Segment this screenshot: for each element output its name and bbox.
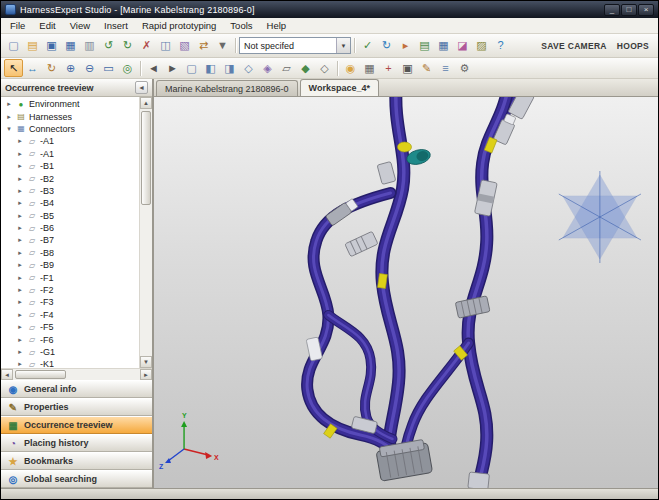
menu-item[interactable]: Help — [260, 18, 294, 33]
panel-occurrence-treeview[interactable]: ▦ Occurrence treeview — [1, 416, 152, 434]
annotation-icon[interactable]: ✎ — [417, 59, 436, 77]
tree-horizontal-scrollbar[interactable]: ◄ ► — [1, 368, 152, 380]
save-icon[interactable]: ▣ — [42, 37, 61, 55]
tree-item[interactable]: ▸ ▱ -B7 — [1, 234, 139, 246]
open-project-icon[interactable]: ▤ — [23, 37, 42, 55]
scroll-right-button[interactable]: ► — [140, 369, 152, 380]
expander-icon[interactable]: ▸ — [16, 298, 24, 306]
save-all-icon[interactable]: ▦ — [61, 37, 80, 55]
maximize-button[interactable]: □ — [621, 4, 637, 16]
layers-icon[interactable]: ≡ — [436, 59, 455, 77]
tree-item[interactable]: ▾ ▦ Connectors — [1, 123, 139, 135]
menu-item[interactable]: Rapid prototyping — [135, 18, 223, 33]
expander-icon[interactable]: ▸ — [16, 311, 24, 319]
top-view-icon[interactable]: ◧ — [201, 59, 220, 77]
filter-icon[interactable]: ▼ — [213, 37, 232, 55]
print-icon[interactable]: ▥ — [80, 37, 99, 55]
expander-icon[interactable]: ▸ — [16, 187, 24, 195]
tree-item[interactable]: ▸ ▱ -K1 — [1, 358, 139, 368]
refresh-icon[interactable]: ↻ — [377, 37, 396, 55]
expander-icon[interactable]: ▸ — [16, 286, 24, 294]
expander-icon[interactable]: ▾ — [5, 125, 13, 133]
pan-tool-icon[interactable]: ↔ — [23, 59, 42, 77]
expander-icon[interactable]: ▸ — [16, 175, 24, 183]
hoops-button[interactable]: HOOPS — [617, 41, 649, 51]
expander-icon[interactable]: ▸ — [16, 261, 24, 269]
tree-item[interactable]: ▸ ▱ -F6 — [1, 333, 139, 345]
menu-item[interactable]: Edit — [32, 18, 62, 33]
scroll-thumb[interactable] — [141, 111, 151, 205]
help-icon[interactable]: ? — [491, 37, 510, 55]
expander-icon[interactable]: ▸ — [16, 150, 24, 158]
perspective-view-icon[interactable]: ◈ — [258, 59, 277, 77]
report-icon[interactable]: ▤ — [415, 37, 434, 55]
collapse-panel-button[interactable]: ◄ — [135, 81, 148, 94]
undo-icon[interactable]: ↺ — [99, 37, 118, 55]
zoom-window-icon[interactable]: ▭ — [99, 59, 118, 77]
axis-icon[interactable]: + — [379, 59, 398, 77]
menu-item[interactable]: Insert — [97, 18, 135, 33]
cut-icon[interactable]: ✗ — [137, 37, 156, 55]
expander-icon[interactable]: ▸ — [16, 274, 24, 282]
expander-icon[interactable]: ▸ — [16, 360, 24, 368]
tree-item[interactable]: ▸ ▱ -G1 — [1, 346, 139, 358]
paste-icon[interactable]: ▧ — [175, 37, 194, 55]
apply-icon[interactable]: ✓ — [358, 37, 377, 55]
tree-item[interactable]: ▸ ▱ -F1 — [1, 271, 139, 283]
workspace-tab[interactable]: Marine Kabelstrang 2180896-0 — [156, 80, 298, 96]
expander-icon[interactable]: ▸ — [16, 137, 24, 145]
rotate-view-icon[interactable]: ↻ — [42, 59, 61, 77]
tree-item[interactable]: ▸ ● Environment — [1, 98, 139, 110]
copy-icon[interactable]: ◫ — [156, 37, 175, 55]
menu-item[interactable]: File — [3, 18, 32, 33]
tree-item[interactable]: ▸ ▱ -B2 — [1, 172, 139, 184]
expander-icon[interactable]: ▸ — [16, 224, 24, 232]
panel-bookmarks[interactable]: ★ Bookmarks — [1, 452, 152, 470]
tree-vertical-scrollbar[interactable]: ▲ ▼ — [139, 97, 152, 368]
shaded-mode-icon[interactable]: ◆ — [296, 59, 315, 77]
redo-icon[interactable]: ↻ — [118, 37, 137, 55]
minimize-button[interactable]: _ — [604, 4, 620, 16]
tree-item[interactable]: ▸ ▱ -B8 — [1, 247, 139, 259]
expander-icon[interactable]: ▸ — [16, 323, 24, 331]
expander-icon[interactable]: ▸ — [16, 336, 24, 344]
tree-item[interactable]: ▸ ▱ -A1 — [1, 148, 139, 160]
tree-item[interactable]: ▸ ▱ -F5 — [1, 321, 139, 333]
table-icon[interactable]: ▦ — [434, 37, 453, 55]
expander-icon[interactable]: ▸ — [16, 348, 24, 356]
menu-item[interactable]: View — [63, 18, 97, 33]
grid-icon[interactable]: ▦ — [360, 59, 379, 77]
expander-icon[interactable]: ▸ — [16, 249, 24, 257]
chart-icon[interactable]: ◪ — [453, 37, 472, 55]
panel-properties[interactable]: ✎ Properties — [1, 398, 152, 416]
expander-icon[interactable]: ▸ — [5, 113, 13, 121]
scroll-up-button[interactable]: ▲ — [140, 97, 152, 109]
tree-item[interactable]: ▸ ▱ -B5 — [1, 210, 139, 222]
expander-icon[interactable]: ▸ — [5, 100, 13, 108]
next-view-icon[interactable]: ► — [163, 59, 182, 77]
snapshot-icon[interactable]: ▣ — [398, 59, 417, 77]
panel-global-searching[interactable]: ◎ Global searching — [1, 470, 152, 488]
wireframe-mode-icon[interactable]: ▱ — [277, 59, 296, 77]
scroll-track[interactable] — [140, 109, 152, 356]
expander-icon[interactable]: ▸ — [16, 212, 24, 220]
tree-item[interactable]: ▸ ▱ -F2 — [1, 284, 139, 296]
panel-general-info[interactable]: ◉ General info — [1, 380, 152, 398]
close-button[interactable]: × — [638, 4, 654, 16]
zoom-out-icon[interactable]: ⊖ — [80, 59, 99, 77]
tree-item[interactable]: ▸ ▱ -F4 — [1, 309, 139, 321]
expander-icon[interactable]: ▸ — [16, 236, 24, 244]
fit-view-icon[interactable]: ◎ — [118, 59, 137, 77]
tree-item[interactable]: ▸ ▱ -B1 — [1, 160, 139, 172]
notes-icon[interactable]: ▨ — [472, 37, 491, 55]
light-icon[interactable]: ◉ — [341, 59, 360, 77]
expander-icon[interactable]: ▸ — [16, 162, 24, 170]
measure-icon[interactable]: ⇄ — [194, 37, 213, 55]
previous-view-icon[interactable]: ◄ — [144, 59, 163, 77]
tree-item[interactable]: ▸ ▱ -B9 — [1, 259, 139, 271]
menu-item[interactable]: Tools — [223, 18, 259, 33]
new-document-icon[interactable]: ▢ — [4, 37, 23, 55]
scroll-down-button[interactable]: ▼ — [140, 356, 152, 368]
flag-icon[interactable]: ▸ — [396, 37, 415, 55]
category-dropdown[interactable]: Not specifed ▼ — [239, 37, 351, 54]
